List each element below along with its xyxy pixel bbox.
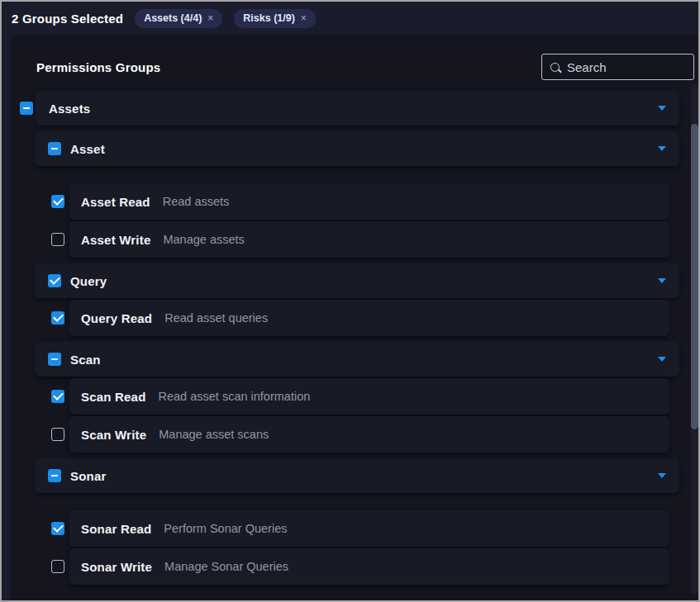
row-description: Read asset scan information: [159, 390, 311, 403]
chevron-down-icon[interactable]: [658, 278, 666, 283]
asset-write-checkbox[interactable]: [51, 233, 64, 246]
row-description: Read asset queries: [164, 311, 268, 325]
permission-row-sonar-write: Sonar WriteManage Sonar Queries: [10, 548, 669, 585]
query-read-card: Query ReadRead asset queries: [69, 300, 669, 336]
chevron-down-icon[interactable]: [658, 473, 666, 478]
sonar-read-card: Sonar ReadPerform Sonar Queries: [69, 510, 669, 547]
assets-card[interactable]: Assets: [36, 91, 679, 126]
row-title: Query Read: [81, 311, 152, 325]
chevron-down-icon[interactable]: [658, 146, 666, 151]
group-row-sonar: Sonar: [10, 458, 679, 493]
panel-header: Permissions Groups: [10, 35, 698, 81]
close-icon[interactable]: ×: [301, 12, 307, 24]
permission-row-asset-read: Asset ReadRead assets: [10, 183, 669, 220]
permission-row-scan-read: Scan ReadRead asset scan information: [10, 378, 669, 415]
scan-read-checkbox[interactable]: [51, 390, 64, 403]
row-description: Manage assets: [163, 233, 244, 246]
group-row-scan: Scan: [10, 342, 679, 377]
chip-assets[interactable]: Assets (4/4) ×: [135, 9, 222, 28]
permissions-tree: AssetsAssetAsset ReadRead assetsAsset Wr…: [10, 91, 698, 585]
asset-read-card: Asset ReadRead assets: [69, 183, 669, 220]
sonar-write-checkbox[interactable]: [51, 560, 64, 573]
chevron-down-icon[interactable]: [658, 106, 666, 111]
row-title: Asset Read: [81, 195, 150, 209]
chip-risks-label: Risks (1/9): [243, 12, 295, 24]
assets-checkbox[interactable]: [20, 102, 33, 115]
row-title: Scan Write: [81, 428, 146, 442]
query-read-checkbox[interactable]: [51, 311, 64, 325]
chip-risks[interactable]: Risks (1/9) ×: [234, 9, 316, 28]
search-icon: [550, 63, 560, 72]
scan-card[interactable]: Scan: [35, 342, 679, 377]
asset-card[interactable]: Asset: [35, 131, 679, 166]
search-input[interactable]: [567, 60, 679, 74]
scrollbar-thumb[interactable]: [691, 124, 698, 429]
asset-checkbox[interactable]: [48, 142, 61, 155]
group-row-assets: Assets: [10, 91, 679, 126]
chip-assets-label: Assets (4/4): [144, 12, 202, 24]
row-description: Perform Sonar Queries: [164, 522, 287, 535]
group-row-query: Query: [10, 263, 679, 298]
permissions-screen: 2 Groups Selected Assets (4/4) × Risks (…: [0, 0, 700, 602]
permission-row-query-read: Query ReadRead asset queries: [10, 300, 669, 336]
asset-write-card: Asset WriteManage assets: [69, 221, 669, 258]
scan-checkbox[interactable]: [48, 353, 61, 366]
sonar-read-checkbox[interactable]: [51, 522, 64, 535]
row-description: Read assets: [163, 195, 230, 208]
panel-title: Permissions Groups: [36, 60, 160, 74]
sonar-checkbox[interactable]: [48, 469, 61, 482]
page-title: 2 Groups Selected: [12, 12, 123, 26]
row-title: Sonar Write: [81, 560, 152, 574]
query-card[interactable]: Query: [35, 263, 679, 298]
row-title: Asset: [70, 142, 105, 156]
permission-row-scan-write: Scan WriteManage asset scans: [10, 416, 669, 453]
chevron-down-icon[interactable]: [658, 357, 666, 362]
row-description: Manage asset scans: [159, 428, 269, 441]
query-checkbox[interactable]: [48, 274, 61, 287]
scan-read-card: Scan ReadRead asset scan information: [69, 378, 669, 415]
row-title: Query: [70, 274, 107, 288]
row-title: Scan: [70, 353, 101, 367]
sonar-write-card: Sonar WriteManage Sonar Queries: [69, 548, 669, 585]
scan-write-card: Scan WriteManage asset scans: [69, 416, 669, 453]
row-title: Asset Write: [81, 233, 150, 247]
permission-row-asset-write: Asset WriteManage assets: [10, 221, 669, 258]
row-title: Sonar Read: [81, 522, 151, 536]
permission-row-sonar-read: Sonar ReadPerform Sonar Queries: [10, 510, 669, 547]
row-title: Scan Read: [81, 390, 146, 404]
asset-read-checkbox[interactable]: [51, 195, 64, 208]
close-icon[interactable]: ×: [207, 12, 213, 24]
row-title: Assets: [49, 102, 90, 116]
group-row-asset: Asset: [10, 131, 679, 166]
row-description: Manage Sonar Queries: [164, 560, 288, 573]
scan-write-checkbox[interactable]: [51, 428, 64, 441]
sonar-card[interactable]: Sonar: [35, 458, 679, 493]
search-box[interactable]: [541, 54, 694, 80]
permissions-panel: Permissions Groups AssetsAssetAsset Read…: [10, 35, 698, 600]
selection-header: 2 Groups Selected Assets (4/4) × Risks (…: [2, 2, 698, 35]
row-title: Sonar: [70, 469, 107, 483]
